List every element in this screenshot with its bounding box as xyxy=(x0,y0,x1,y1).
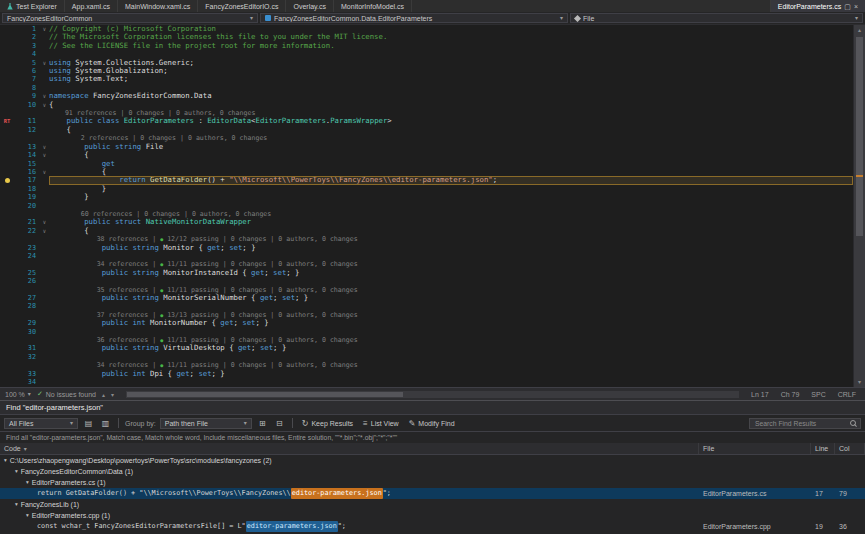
tab-mainwindow-xaml-cs[interactable]: MainWindow.xaml.cs xyxy=(118,0,198,12)
editor-margin[interactable] xyxy=(0,336,14,344)
code-line[interactable]: 22∨ { xyxy=(0,227,853,235)
tab-app-xaml-cs[interactable]: App.xaml.cs xyxy=(65,0,118,12)
column-header-col[interactable]: Col xyxy=(835,443,865,454)
code-line[interactable]: 17 return GetDataFolder() + "\\Microsoft… xyxy=(0,176,853,184)
editor-margin[interactable] xyxy=(0,319,14,327)
code-line[interactable]: 10∨{ xyxy=(0,101,853,109)
editor-margin[interactable] xyxy=(0,370,14,378)
scroll-up-icon[interactable]: ▴ xyxy=(854,25,865,35)
code-line[interactable]: 25 public string MonitorInstanceId { get… xyxy=(0,269,853,277)
code-line[interactable]: 27 public string MonitorSerialNumber { g… xyxy=(0,294,853,302)
expand-chevron-icon[interactable]: ▾ xyxy=(26,477,29,488)
editor-margin[interactable] xyxy=(0,42,14,50)
tab-monitorinfomodel-cs[interactable]: MonitorInfoModel.cs xyxy=(334,0,412,12)
editor-margin[interactable] xyxy=(0,168,14,176)
close-icon[interactable]: × xyxy=(854,3,858,10)
editor-margin[interactable] xyxy=(0,143,14,151)
file-filter-dropdown[interactable]: All Files ▾ xyxy=(4,418,78,429)
keep-results-button[interactable]: ↻ Keep Results xyxy=(299,417,356,429)
prev-issue-icon[interactable]: ▴ xyxy=(102,391,105,398)
codelens-line[interactable]: 38 references | ● 12/12 passing | 0 chan… xyxy=(0,235,853,243)
scroll-down-icon[interactable]: ▾ xyxy=(854,377,865,387)
editor-margin[interactable] xyxy=(0,361,14,369)
fold-chevron-icon[interactable]: ∨ xyxy=(40,168,49,176)
editor-margin[interactable] xyxy=(0,378,14,386)
editor-margin[interactable] xyxy=(0,227,14,235)
code-line[interactable]: 21∨ public struct NativeMonitorDataWrapp… xyxy=(0,218,853,226)
next-issue-icon[interactable]: ▾ xyxy=(111,391,114,398)
fold-chevron-icon[interactable]: ∨ xyxy=(40,218,49,226)
editor-margin[interactable] xyxy=(0,269,14,277)
editor-margin[interactable] xyxy=(0,235,14,243)
zoom-control[interactable]: 100 % ▾ xyxy=(5,391,31,398)
codelens-line[interactable]: 34 references | ● 11/11 passing | 0 chan… xyxy=(0,260,853,268)
code-line[interactable]: 24 xyxy=(0,252,853,260)
type-dropdown[interactable]: FancyZonesEditorCommon.Data.EditorParame… xyxy=(260,13,568,23)
editor-margin[interactable] xyxy=(0,67,14,75)
code-line[interactable]: 16∨ { xyxy=(0,168,853,176)
fold-chevron-icon[interactable]: ∨ xyxy=(40,151,49,159)
code-line[interactable]: 31 public string VirtualDesktop { get; s… xyxy=(0,344,853,352)
editor-margin[interactable] xyxy=(0,84,14,92)
editor-margin[interactable] xyxy=(0,185,14,193)
find-result-row[interactable]: const wchar_t FancyZonesEditorParameters… xyxy=(0,521,865,532)
code-line[interactable]: 8 xyxy=(0,84,853,92)
editor-margin[interactable] xyxy=(0,353,14,361)
list-view-button[interactable]: ≡ List View xyxy=(360,417,402,429)
code-line[interactable]: RT11 public class EditorParameters : Edi… xyxy=(0,117,853,125)
modify-find-button[interactable]: ✎ Modify Find xyxy=(406,417,458,429)
editor-margin[interactable] xyxy=(0,59,14,67)
project-dropdown[interactable]: FancyZonesEditorCommon ▾ xyxy=(2,13,258,23)
expand-chevron-icon[interactable]: ▾ xyxy=(4,455,7,466)
codelens-line[interactable]: 34 references | ● 11/11 passing | 0 chan… xyxy=(0,361,853,369)
code-line[interactable]: 4 xyxy=(0,50,853,58)
collapse-all-icon[interactable]: ⊟ xyxy=(273,417,286,429)
codelens-line[interactable]: 37 references | ● 13/13 passing | 0 chan… xyxy=(0,311,853,319)
codelens-line[interactable]: 91 references | 0 changes | 0 authors, 0… xyxy=(0,109,853,117)
expand-chevron-icon[interactable]: ▾ xyxy=(26,510,29,521)
code-line[interactable]: 6using System.Globalization; xyxy=(0,67,853,75)
fold-chevron-icon[interactable]: ∨ xyxy=(40,25,49,33)
code-line[interactable]: 1∨// Copyright (c) Microsoft Corporation xyxy=(0,25,853,33)
scrollbar-thumb[interactable] xyxy=(127,392,403,397)
code-line[interactable]: 20 xyxy=(0,202,853,210)
code-line[interactable]: 23 public string Monitor { get; set; } xyxy=(0,244,853,252)
editor-margin[interactable] xyxy=(0,50,14,58)
lightbulb-icon[interactable] xyxy=(5,178,10,183)
fold-chevron-icon[interactable]: ∨ xyxy=(40,227,49,235)
code-line[interactable]: 30 xyxy=(0,328,853,336)
code-line[interactable]: 26 xyxy=(0,277,853,285)
editor-margin[interactable] xyxy=(0,33,14,41)
space-indicator[interactable]: SPC xyxy=(811,391,825,398)
editor-margin[interactable] xyxy=(0,25,14,33)
editor-margin[interactable] xyxy=(0,252,14,260)
code-line[interactable]: 33 public int Dpi { get; set; } xyxy=(0,370,853,378)
editor-margin[interactable] xyxy=(0,328,14,336)
keep-open-icon[interactable]: ▢ xyxy=(844,3,851,10)
fold-chevron-icon[interactable]: ∨ xyxy=(40,92,49,100)
code-editor[interactable]: 1∨// Copyright (c) Microsoft Corporation… xyxy=(0,25,865,387)
clear-results-icon[interactable]: ▥ xyxy=(99,417,112,429)
editor-margin[interactable] xyxy=(0,193,14,201)
editor-margin[interactable] xyxy=(0,151,14,159)
tab-fancyzoneseditorio-cs[interactable]: FancyZonesEditorIO.cs xyxy=(198,0,286,12)
editor-margin[interactable] xyxy=(0,101,14,109)
code-line[interactable]: 5∨using System.Collections.Generic; xyxy=(0,59,853,67)
margin-marker[interactable]: RT xyxy=(0,117,14,125)
fold-chevron-icon[interactable]: ∨ xyxy=(40,101,49,109)
fold-chevron-icon[interactable]: ∨ xyxy=(40,59,49,67)
expand-chevron-icon[interactable]: ▾ xyxy=(15,466,18,477)
editor-margin[interactable] xyxy=(0,218,14,226)
editor-margin[interactable] xyxy=(0,160,14,168)
search-find-results-box[interactable] xyxy=(749,418,861,429)
code-line[interactable]: 2// The Microsoft Corporation licenses t… xyxy=(0,33,853,41)
code-line[interactable]: 3// See the LICENSE file in the project … xyxy=(0,42,853,50)
code-line[interactable]: 34 xyxy=(0,378,853,386)
editor-margin[interactable] xyxy=(0,202,14,210)
editor-margin[interactable] xyxy=(0,109,14,117)
code-line[interactable]: 29 public int MonitorNumber { get; set; … xyxy=(0,319,853,327)
code-line[interactable]: 32 xyxy=(0,353,853,361)
code-line[interactable]: 7using System.Text; xyxy=(0,75,853,83)
editor-margin[interactable] xyxy=(0,311,14,319)
column-header-file[interactable]: File xyxy=(699,443,811,454)
